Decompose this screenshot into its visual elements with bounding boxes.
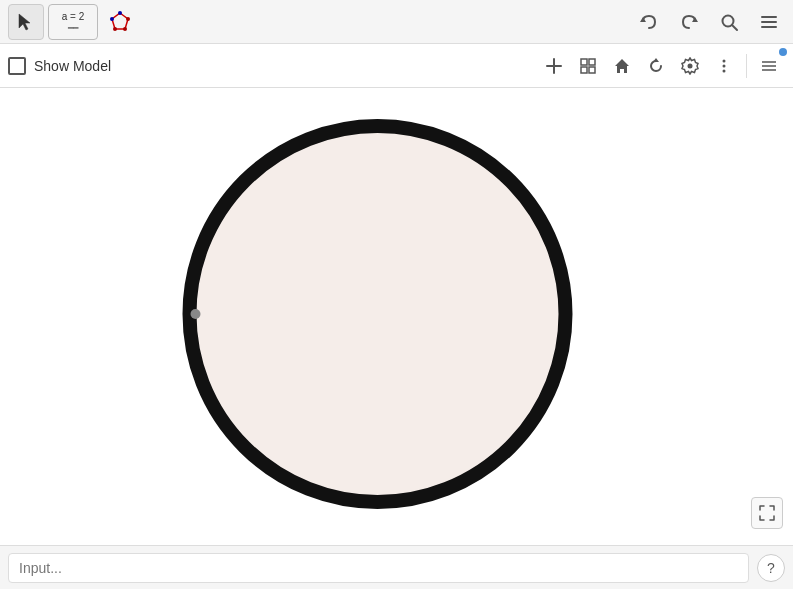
canvas-area [0, 88, 793, 539]
undo-button[interactable] [633, 6, 665, 38]
secondary-toolbar: Show Model [0, 44, 793, 88]
svg-point-25 [723, 69, 726, 72]
search-button[interactable] [713, 6, 745, 38]
circle-wrapper [182, 119, 572, 509]
point-tool-sublabel: ━━ [68, 23, 78, 33]
show-model-checkbox[interactable] [8, 57, 26, 75]
grid-icon [579, 57, 597, 75]
svg-rect-18 [581, 67, 587, 73]
show-model-area: Show Model [8, 57, 111, 75]
polygon-tool-button[interactable] [102, 4, 138, 40]
select-icon [16, 12, 36, 32]
layers-icon [760, 57, 778, 75]
svg-marker-0 [19, 14, 30, 30]
more-button[interactable] [708, 50, 740, 82]
menu-button[interactable] [753, 6, 785, 38]
svg-rect-11 [761, 16, 777, 18]
toolbar-divider [746, 54, 747, 78]
svg-marker-1 [112, 13, 128, 29]
help-icon: ? [767, 560, 775, 576]
svg-point-24 [723, 64, 726, 67]
search-icon [719, 12, 739, 32]
top-toolbar: a = 2 ━━ [0, 0, 793, 44]
home-icon [613, 57, 631, 75]
rotate-button[interactable] [640, 50, 672, 82]
point-tool-button[interactable]: a = 2 ━━ [48, 4, 98, 40]
add-view-button[interactable] [538, 50, 570, 82]
redo-icon [679, 12, 699, 32]
point-tool-label: a = 2 [62, 11, 85, 23]
circle-point-left [190, 309, 200, 319]
show-model-text: Show Model [34, 58, 111, 74]
view-toolbar [538, 50, 785, 82]
svg-marker-21 [653, 58, 659, 62]
add-icon [545, 57, 563, 75]
svg-point-2 [118, 11, 122, 15]
settings-button[interactable] [674, 50, 706, 82]
toolbar-left: a = 2 ━━ [8, 4, 138, 40]
grid-button[interactable] [572, 50, 604, 82]
select-tool-button[interactable] [8, 4, 44, 40]
menu-icon [759, 12, 779, 32]
svg-point-4 [123, 27, 127, 31]
settings-icon [681, 57, 699, 75]
fullscreen-button[interactable] [751, 497, 783, 529]
rotate-icon [647, 57, 665, 75]
bottom-bar: ? [0, 545, 793, 589]
layers-badge [779, 48, 787, 56]
help-button[interactable]: ? [757, 554, 785, 582]
undo-icon [639, 12, 659, 32]
svg-point-3 [126, 17, 130, 21]
svg-rect-12 [761, 21, 777, 23]
polygon-icon [109, 11, 131, 33]
toolbar-right [633, 6, 785, 38]
fullscreen-icon [759, 505, 775, 521]
svg-rect-19 [589, 67, 595, 73]
show-model-label[interactable]: Show Model [8, 57, 111, 75]
layers-button[interactable] [753, 50, 785, 82]
more-icon [715, 57, 733, 75]
redo-button[interactable] [673, 6, 705, 38]
svg-rect-16 [581, 59, 587, 65]
home-button[interactable] [606, 50, 638, 82]
svg-point-5 [113, 27, 117, 31]
svg-point-23 [723, 59, 726, 62]
svg-rect-13 [761, 26, 777, 28]
svg-marker-20 [615, 59, 629, 73]
main-circle [182, 119, 572, 509]
svg-point-22 [688, 63, 693, 68]
svg-point-6 [110, 17, 114, 21]
svg-line-10 [732, 25, 737, 30]
svg-rect-17 [589, 59, 595, 65]
input-field[interactable] [8, 553, 749, 583]
